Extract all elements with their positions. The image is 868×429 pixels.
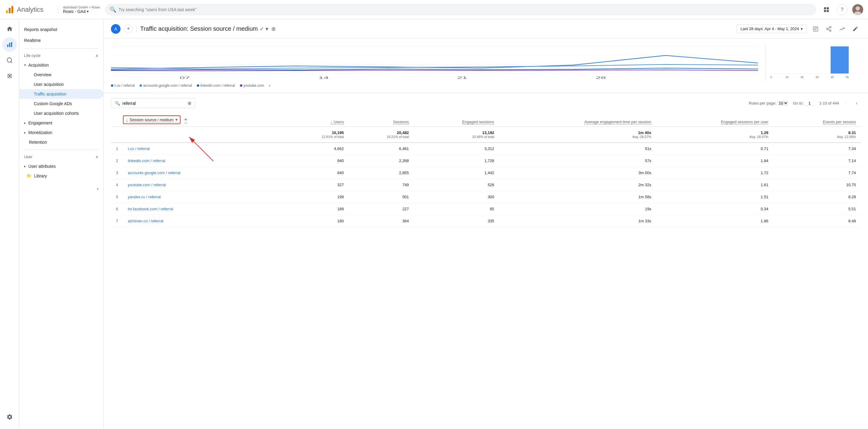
sidebar-icon-advertising[interactable] <box>2 69 17 83</box>
pagination-prev-button[interactable]: ‹ <box>841 99 850 107</box>
avatar[interactable] <box>852 4 863 15</box>
sidebar-icon-reports[interactable] <box>2 37 17 52</box>
title-dropdown-icon[interactable]: ▾ <box>266 26 268 32</box>
sidebar-item-library[interactable]: 📁 Library <box>19 171 103 181</box>
sidebar-icon-settings[interactable] <box>2 410 17 424</box>
sidebar-item-traffic-acquisition[interactable]: Traffic acquisition <box>19 89 103 99</box>
total-engaged: 13,192 10.46% of total <box>414 127 499 143</box>
row-number: 3 <box>111 167 123 179</box>
share-icon-button[interactable] <box>824 24 834 34</box>
rows-per-page: Rows per page: 10 25 50 <box>749 101 788 106</box>
session-source-column-header[interactable]: ↓ Session source / medium ▾ <box>123 116 181 124</box>
sidebar-item-retention[interactable]: Retention <box>19 137 103 147</box>
row-users: 4,662 <box>284 142 349 155</box>
sidebar-item-realtime[interactable]: Realtime <box>19 35 103 46</box>
svg-line-24 <box>828 29 830 30</box>
col-header-sessions[interactable]: Sessions <box>349 113 414 127</box>
row-source[interactable]: lm.facebook.com / referral <box>123 203 284 215</box>
date-range-button[interactable]: Last 28 days Apr 4 - May 1, 2024 ▾ <box>737 24 807 33</box>
sidebar-collapse-btn[interactable]: ‹ <box>19 181 103 197</box>
sidebar-item-engagement[interactable]: ▸ Engagement <box>19 118 103 128</box>
row-number: 1 <box>111 142 123 155</box>
table-search-field[interactable]: 🔍 ⊗ <box>111 98 195 108</box>
sidebar-item-overview[interactable]: Overview <box>19 70 103 79</box>
row-events: 5.51 <box>773 203 861 215</box>
table-row: 2 linkedin.com / referral 940 2,268 1,72… <box>111 155 861 167</box>
trends-icon-button[interactable] <box>837 24 847 34</box>
user-section[interactable]: User ∧ <box>19 152 103 162</box>
sidebar-item-user-acquisition[interactable]: User acquisition <box>19 79 103 89</box>
svg-rect-4 <box>827 7 829 9</box>
sidebar-item-reports-snapshot[interactable]: Reports snapshot <box>19 24 103 35</box>
row-sessions: 227 <box>349 203 414 215</box>
row-users: 180 <box>284 215 349 227</box>
legend-item-youtube: youtube.com <box>240 84 264 88</box>
title-add-icon[interactable]: ⊕ <box>271 26 276 32</box>
col-header-events-per-session[interactable]: Events per session <box>773 113 861 127</box>
account-selector[interactable]: dashdash GmbH > Rows Rows - GA4 ▾ <box>58 5 100 14</box>
sidebar-icon-explore[interactable] <box>2 53 17 67</box>
row-source[interactable]: t.co / referral <box>123 142 284 155</box>
search-input[interactable] <box>119 7 811 12</box>
clear-search-icon[interactable]: ⊗ <box>187 100 191 106</box>
sidebar-item-user-attributes[interactable]: ▸ User attributes <box>19 162 103 171</box>
svg-line-25 <box>828 27 830 28</box>
row-users: 189 <box>284 203 349 215</box>
row-engaged-user: 0.71 <box>656 142 773 155</box>
goto-input[interactable] <box>805 101 814 106</box>
row-source[interactable]: linkedin.com / referral <box>123 155 284 167</box>
bar-chart: 0 1K 2K 3K 4K 5K <box>766 43 861 80</box>
sidebar-item-user-acquisition-cohorts[interactable]: User acquisition cohorts <box>19 108 103 118</box>
pagination-next-button[interactable]: › <box>852 99 861 107</box>
grid-icon-button[interactable] <box>821 4 832 15</box>
analytics-logo <box>5 5 14 14</box>
legend-scroll-btn[interactable]: › <box>269 83 270 88</box>
row-number: 7 <box>111 215 123 227</box>
add-comparison-button[interactable]: + <box>124 25 133 33</box>
row-users: 327 <box>284 179 349 191</box>
row-source[interactable]: youtube.com / referral <box>123 179 284 191</box>
svg-rect-1 <box>9 8 10 13</box>
explore-icon <box>6 57 13 64</box>
row-engaged: 528 <box>414 179 499 191</box>
total-users: 10,195 12.91% of total <box>284 127 349 143</box>
add-column-button[interactable]: + <box>184 117 187 123</box>
row-source[interactable]: aizhinan.cn / referral <box>123 215 284 227</box>
logo-area: Analytics <box>5 5 53 14</box>
sidebar-item-acquisition[interactable]: ▾ Acquisition <box>19 60 103 70</box>
col-header-users[interactable]: ↓ Users <box>284 113 349 127</box>
table-row: 3 accounts.google.com / referral 840 2,8… <box>111 167 861 179</box>
dropdown-chevron-icon: ▾ <box>87 9 89 13</box>
legend-item-tco: t.co / referral <box>111 84 135 88</box>
svg-text:2K: 2K <box>801 76 804 79</box>
topbar: Analytics dashdash GmbH > Rows Rows - GA… <box>0 0 868 19</box>
row-number: 5 <box>111 191 123 203</box>
table-row: 4 youtube.com / referral 327 749 528 2m … <box>111 179 861 191</box>
col-header-avg-engagement[interactable]: Average engagement time per session <box>499 113 656 127</box>
row-avg-time: 1m 33s <box>499 215 656 227</box>
sidebar-item-monetization[interactable]: ▸ Monetization <box>19 128 103 137</box>
row-source[interactable]: yandex.ru / referral <box>123 191 284 203</box>
row-avg-time: 1m 58s <box>499 191 656 203</box>
col-header-engaged-per-user[interactable]: Engaged sessions per user <box>656 113 773 127</box>
lifecycle-section[interactable]: Life cycle ∧ <box>19 51 103 60</box>
sidebar-item-custom-google-ads[interactable]: Custom Google ADs <box>19 99 103 108</box>
svg-rect-11 <box>9 43 10 47</box>
row-source[interactable]: accounts.google.com / referral <box>123 167 284 179</box>
column-expand-icon[interactable]: ▾ <box>176 117 178 122</box>
topbar-actions: ? <box>821 4 863 15</box>
col-header-engaged-sessions[interactable]: Engaged sessions <box>414 113 499 127</box>
row-engaged-user: 0.34 <box>656 203 773 215</box>
home-icon <box>6 26 13 32</box>
edit-icon-button[interactable] <box>850 24 861 34</box>
rows-per-page-select[interactable]: 10 25 50 <box>778 101 788 106</box>
table-search-input[interactable] <box>122 101 185 106</box>
help-icon-button[interactable]: ? <box>837 4 847 15</box>
svg-point-23 <box>830 30 831 31</box>
search-bar[interactable]: 🔍 <box>105 4 816 15</box>
svg-point-21 <box>830 26 831 28</box>
legend-dot-accounts-google <box>140 85 142 87</box>
legend-dot-linkedin <box>197 85 199 87</box>
sidebar-icon-home[interactable] <box>2 22 17 36</box>
report-icon-button[interactable] <box>810 24 821 34</box>
